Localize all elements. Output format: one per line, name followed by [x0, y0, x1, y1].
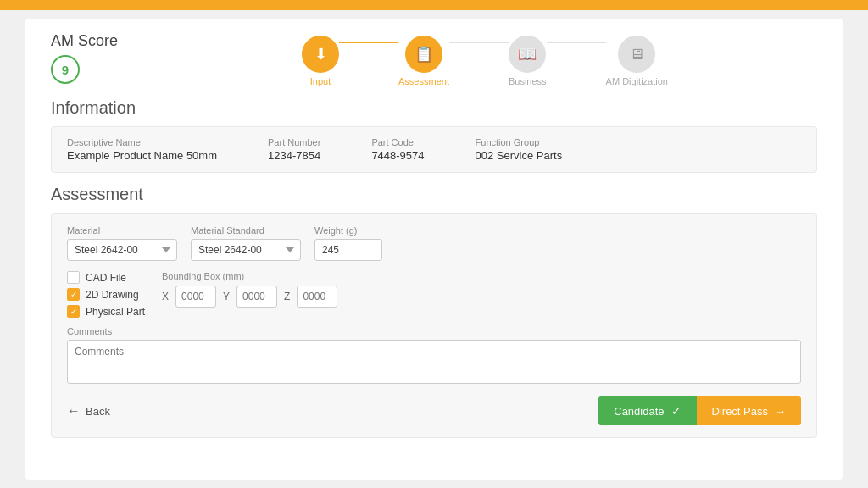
assessment-title: Assessment — [51, 185, 817, 204]
step-input-icon: ⬇ — [302, 36, 339, 73]
function-group-label: Function Group — [476, 137, 563, 147]
connector-2 — [449, 42, 509, 43]
score-value: 9 — [62, 63, 69, 77]
physical-part-checkbox[interactable] — [67, 305, 80, 318]
bounding-box-label: Bounding Box (mm) — [162, 271, 801, 281]
connector-1 — [339, 42, 398, 43]
step-business[interactable]: 📖 Business — [509, 36, 547, 86]
step-input-label: Input — [310, 76, 331, 86]
function-group-field: Function Group 002 Service Parts — [476, 137, 563, 162]
part-code-field: Part Code 7448-9574 — [371, 137, 424, 162]
check-icon: ✓ — [671, 404, 682, 418]
arrow-right-icon: → — [775, 405, 786, 418]
part-number-value: 1234-7854 — [268, 149, 320, 162]
information-section: Information Descriptive Name Example Pro… — [51, 98, 817, 173]
bounding-box-col: Bounding Box (mm) X Y Z — [162, 271, 801, 326]
checkboxes-list: CAD File 2D Drawing Physical Part — [67, 271, 145, 318]
physical-part-label: Physical Part — [86, 306, 145, 318]
header-row: AM Score 9 ⬇ Input 📋 Assessment 📖 Busine… — [51, 32, 817, 86]
bbox-z-input[interactable] — [297, 286, 337, 308]
2d-drawing-label: 2D Drawing — [86, 289, 139, 301]
back-button[interactable]: ← Back — [67, 403, 110, 419]
comments-section: Comments — [67, 326, 801, 386]
bbox-inputs: X Y Z — [162, 286, 801, 308]
material-standard-label: Material Standard — [191, 225, 301, 236]
back-label: Back — [86, 405, 110, 418]
bbox-x-input[interactable] — [175, 286, 216, 308]
step-business-label: Business — [509, 76, 547, 86]
part-number-label: Part Number — [268, 137, 320, 147]
step-business-icon: 📖 — [509, 36, 546, 73]
material-standard-select[interactable]: Steel 2642-00 Steel 2642-01 — [191, 239, 301, 261]
material-row: Material Steel 2642-00 Steel 2642-01 Alu… — [67, 225, 801, 261]
information-title: Information — [51, 98, 817, 118]
comments-textarea[interactable] — [67, 340, 801, 384]
bbox-z-label: Z — [284, 291, 290, 302]
material-group: Material Steel 2642-00 Steel 2642-01 Alu… — [67, 225, 177, 261]
candidate-label: Candidate — [614, 405, 664, 418]
bounding-box-section: Bounding Box (mm) X Y Z — [162, 271, 801, 308]
connector-3 — [547, 42, 606, 43]
direct-pass-button[interactable]: Direct Pass → — [697, 396, 801, 425]
direct-pass-label: Direct Pass — [712, 405, 768, 418]
descriptive-name-field: Descriptive Name Example Product Name 50… — [67, 137, 217, 162]
2d-drawing-checkbox-item: 2D Drawing — [67, 288, 145, 301]
part-number-field: Part Number 1234-7854 — [268, 137, 320, 162]
step-assessment-label: Assessment — [398, 76, 449, 86]
physical-part-checkbox-item: Physical Part — [67, 305, 145, 318]
part-code-label: Part Code — [371, 137, 424, 147]
assessment-card: Material Steel 2642-00 Steel 2642-01 Alu… — [51, 213, 817, 438]
material-select[interactable]: Steel 2642-00 Steel 2642-01 Aluminum — [67, 239, 177, 261]
weight-label: Weight (g) — [314, 225, 382, 236]
cad-file-checkbox-item: CAD File — [67, 271, 145, 284]
am-score-section: AM Score 9 — [51, 32, 153, 84]
candidate-button[interactable]: Candidate ✓ — [598, 396, 696, 425]
descriptive-name-label: Descriptive Name — [67, 137, 217, 147]
assessment-section: Assessment Material Steel 2642-00 Steel … — [51, 185, 817, 438]
step-assessment[interactable]: 📋 Assessment — [398, 36, 449, 86]
descriptive-name-value: Example Product Name 50mm — [67, 149, 217, 162]
weight-input[interactable] — [314, 239, 382, 261]
footer-row: ← Back Candidate ✓ Direct Pass → — [67, 396, 801, 425]
step-input[interactable]: ⬇ Input — [302, 36, 339, 86]
material-label: Material — [67, 225, 177, 236]
comments-label: Comments — [67, 326, 801, 336]
action-buttons: Candidate ✓ Direct Pass → — [598, 396, 801, 425]
checkboxes-col: CAD File 2D Drawing Physical Part — [67, 271, 145, 326]
bbox-x-label: X — [162, 291, 169, 302]
step-am-digitization[interactable]: 🖥 AM Digitization — [606, 36, 668, 86]
bbox-y-label: Y — [223, 291, 230, 302]
weight-group: Weight (g) — [314, 225, 382, 261]
step-am-digitization-icon: 🖥 — [618, 36, 655, 73]
am-score-title: AM Score — [51, 32, 118, 50]
2d-drawing-checkbox[interactable] — [67, 288, 80, 301]
part-code-value: 7448-9574 — [371, 149, 424, 162]
function-group-value: 002 Service Parts — [476, 149, 563, 162]
top-bar — [0, 0, 868, 10]
score-circle: 9 — [51, 55, 80, 84]
stepper: ⬇ Input 📋 Assessment 📖 Business 🖥 AM Dig… — [153, 32, 817, 86]
back-arrow-icon: ← — [67, 403, 81, 419]
step-am-digitization-label: AM Digitization — [606, 76, 668, 86]
main-container: AM Score 9 ⬇ Input 📋 Assessment 📖 Busine… — [25, 19, 843, 480]
cad-file-checkbox[interactable] — [67, 271, 80, 284]
information-card: Descriptive Name Example Product Name 50… — [51, 126, 817, 173]
step-assessment-icon: 📋 — [405, 36, 442, 73]
cad-file-label: CAD File — [86, 272, 126, 284]
bbox-y-input[interactable] — [236, 286, 277, 308]
material-standard-group: Material Standard Steel 2642-00 Steel 26… — [191, 225, 301, 261]
checkboxes-bbox-row: CAD File 2D Drawing Physical Part — [67, 271, 801, 326]
